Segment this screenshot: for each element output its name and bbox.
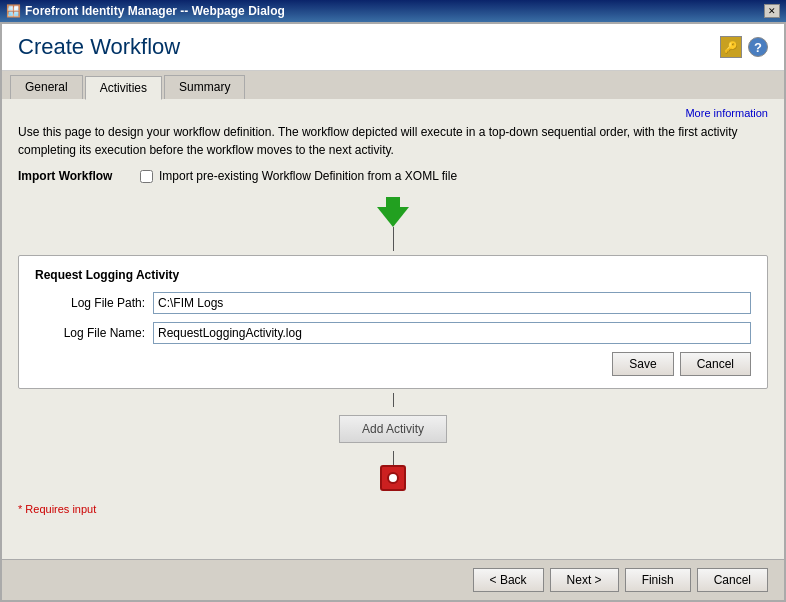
import-workflow-row: Import Workflow Import pre-existing Work… <box>18 169 768 183</box>
stop-icon-inner <box>387 472 399 484</box>
key-icon[interactable]: 🔑 <box>720 36 742 58</box>
requires-input-text: * Requires input <box>18 503 768 515</box>
dialog-body: Create Workflow 🔑 ? General Activities S… <box>0 22 786 602</box>
import-workflow-checkbox[interactable] <box>140 170 153 183</box>
activity-box: Request Logging Activity Log File Path: … <box>18 255 768 389</box>
workflow-start-connector <box>18 197 768 251</box>
bottom-bar: < Back Next > Finish Cancel <box>2 559 784 600</box>
tab-activities[interactable]: Activities <box>85 76 162 100</box>
log-file-name-input[interactable] <box>153 322 751 344</box>
next-button[interactable]: Next > <box>550 568 619 592</box>
more-info-link[interactable]: More information <box>18 107 768 119</box>
finish-button[interactable]: Finish <box>625 568 691 592</box>
header-icons: 🔑 ? <box>720 36 768 58</box>
dialog-title: Create Workflow <box>18 34 180 60</box>
window-icon: 🪟 <box>6 4 21 18</box>
title-bar: 🪟 Forefront Identity Manager -- Webpage … <box>0 0 786 22</box>
connector-after-add <box>393 451 394 465</box>
arrow-stem <box>386 197 400 207</box>
window-controls: ✕ <box>764 4 780 18</box>
log-file-path-input[interactable] <box>153 292 751 314</box>
stop-icon <box>380 465 406 491</box>
import-checkbox-row: Import pre-existing Workflow Definition … <box>140 169 457 183</box>
log-file-path-label: Log File Path: <box>35 296 145 310</box>
add-activity-section: Add Activity <box>18 393 768 491</box>
activity-save-button[interactable]: Save <box>612 352 673 376</box>
log-file-path-row: Log File Path: <box>35 292 751 314</box>
description-text: Use this page to design your workflow de… <box>18 123 768 159</box>
connector-before-add <box>393 393 394 407</box>
back-button[interactable]: < Back <box>473 568 544 592</box>
connector-line-top <box>393 227 394 251</box>
activity-box-title: Request Logging Activity <box>35 268 751 282</box>
import-workflow-label: Import Workflow <box>18 169 128 183</box>
arrow-head <box>377 207 409 227</box>
tab-summary[interactable]: Summary <box>164 75 245 99</box>
add-activity-button[interactable]: Add Activity <box>339 415 447 443</box>
help-icon[interactable]: ? <box>748 37 768 57</box>
content-area: More information Use this page to design… <box>2 99 784 559</box>
import-checkbox-label: Import pre-existing Workflow Definition … <box>159 169 457 183</box>
tab-general[interactable]: General <box>10 75 83 99</box>
log-file-name-label: Log File Name: <box>35 326 145 340</box>
activity-cancel-button[interactable]: Cancel <box>680 352 751 376</box>
cancel-button[interactable]: Cancel <box>697 568 768 592</box>
dialog-header: Create Workflow 🔑 ? <box>2 24 784 71</box>
close-window-button[interactable]: ✕ <box>764 4 780 18</box>
activity-buttons: Save Cancel <box>35 352 751 376</box>
log-file-name-row: Log File Name: <box>35 322 751 344</box>
tabs-bar: General Activities Summary <box>2 71 784 99</box>
window-title: Forefront Identity Manager -- Webpage Di… <box>25 4 285 18</box>
